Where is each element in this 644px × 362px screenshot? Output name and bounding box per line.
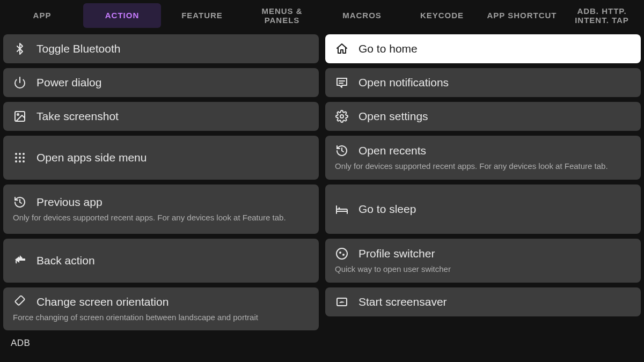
svg-rect-15 bbox=[15, 295, 25, 305]
action-label: Open recents bbox=[358, 144, 426, 157]
action-open-apps-side-menu[interactable]: Open apps side menu bbox=[3, 136, 319, 180]
svg-point-23 bbox=[339, 252, 341, 254]
action-label: Go to home bbox=[358, 42, 418, 55]
action-open-settings[interactable]: Open settings bbox=[325, 102, 641, 131]
action-label: Change screen orientation bbox=[36, 295, 169, 308]
action-open-notifications[interactable]: Open notifications bbox=[325, 68, 641, 97]
tab-app[interactable]: APP bbox=[3, 3, 81, 28]
tab-bar: APP ACTION FEATURE MENUS & PANELS MACROS… bbox=[0, 0, 644, 31]
action-take-screenshot[interactable]: Take screenshot bbox=[3, 102, 319, 131]
left-column: Toggle Bluetooth Power dialog Take scree… bbox=[3, 34, 319, 330]
action-power-dialog[interactable]: Power dialog bbox=[3, 68, 319, 97]
undo-icon bbox=[13, 254, 27, 268]
svg-point-10 bbox=[19, 160, 21, 162]
svg-point-2 bbox=[17, 114, 19, 115]
svg-point-24 bbox=[342, 254, 345, 256]
action-profile-switcher[interactable]: Profile switcher Quick way to open user … bbox=[325, 239, 641, 283]
action-label: Open notifications bbox=[358, 76, 449, 89]
action-label: Take screenshot bbox=[36, 110, 119, 123]
svg-rect-14 bbox=[18, 258, 25, 261]
svg-point-5 bbox=[23, 153, 25, 155]
action-back[interactable]: Back action bbox=[3, 239, 319, 283]
svg-point-21 bbox=[339, 208, 340, 209]
action-label: Start screensaver bbox=[358, 295, 447, 308]
svg-point-6 bbox=[15, 157, 17, 159]
right-column: Go to home Open notifications Open setti… bbox=[325, 34, 641, 330]
home-icon bbox=[335, 42, 349, 56]
action-description: Force changing of screen orientation bet… bbox=[13, 312, 309, 323]
svg-point-22 bbox=[336, 248, 347, 259]
tab-macros[interactable]: MACROS bbox=[323, 3, 401, 28]
action-go-home[interactable]: Go to home bbox=[325, 34, 641, 63]
action-start-screensaver[interactable]: Start screensaver bbox=[325, 287, 641, 316]
profile-switch-icon bbox=[335, 247, 349, 261]
tab-app-shortcut[interactable]: APP SHORTCUT bbox=[483, 3, 561, 28]
actions-grid: Toggle Bluetooth Power dialog Take scree… bbox=[0, 31, 644, 330]
action-label: Open apps side menu bbox=[36, 151, 147, 164]
bluetooth-icon bbox=[13, 42, 27, 56]
power-icon bbox=[13, 76, 27, 90]
svg-point-11 bbox=[23, 160, 25, 162]
action-label: Open settings bbox=[358, 110, 428, 123]
bed-icon bbox=[335, 202, 349, 216]
action-label: Power dialog bbox=[36, 76, 101, 89]
tab-keycode[interactable]: KEYCODE bbox=[403, 3, 481, 28]
svg-point-4 bbox=[19, 153, 21, 155]
action-label: Profile switcher bbox=[358, 247, 435, 260]
gear-icon bbox=[335, 109, 349, 123]
action-description: Only for devices supported recent apps. … bbox=[335, 161, 631, 172]
svg-point-18 bbox=[340, 115, 343, 118]
svg-point-9 bbox=[15, 160, 17, 162]
svg-point-3 bbox=[15, 153, 17, 155]
tab-adb-http-intent-tap[interactable]: ADB. HTTP. INTENT. TAP bbox=[563, 3, 641, 28]
action-previous-app[interactable]: Previous app Only for devices supported … bbox=[3, 184, 319, 234]
action-label: Previous app bbox=[36, 196, 103, 209]
tab-feature[interactable]: FEATURE bbox=[163, 3, 241, 28]
message-icon bbox=[335, 76, 349, 90]
svg-line-20 bbox=[342, 151, 343, 152]
section-adb: ADB bbox=[0, 330, 644, 349]
action-go-to-sleep[interactable]: Go to sleep bbox=[325, 184, 641, 234]
image-icon bbox=[13, 109, 27, 123]
rotate-icon bbox=[13, 295, 27, 309]
tab-menus-panels[interactable]: MENUS & PANELS bbox=[243, 3, 321, 28]
action-label: Go to sleep bbox=[358, 203, 416, 216]
action-toggle-bluetooth[interactable]: Toggle Bluetooth bbox=[3, 34, 319, 63]
svg-point-7 bbox=[19, 157, 21, 159]
svg-point-8 bbox=[23, 157, 25, 159]
screensaver-icon bbox=[335, 295, 349, 309]
action-change-orientation[interactable]: Change screen orientation Force changing… bbox=[3, 287, 319, 330]
action-description: Only for devices supported recent apps. … bbox=[13, 212, 309, 223]
apps-grid-icon bbox=[13, 151, 27, 165]
tab-action[interactable]: ACTION bbox=[83, 3, 161, 28]
action-open-recents[interactable]: Open recents Only for devices supported … bbox=[325, 136, 641, 180]
action-label: Back action bbox=[36, 254, 95, 267]
action-label: Toggle Bluetooth bbox=[36, 42, 120, 55]
svg-line-13 bbox=[20, 202, 21, 203]
history-icon bbox=[13, 195, 27, 209]
action-description: Quick way to open user switcher bbox=[335, 264, 631, 275]
history-icon bbox=[335, 144, 349, 158]
